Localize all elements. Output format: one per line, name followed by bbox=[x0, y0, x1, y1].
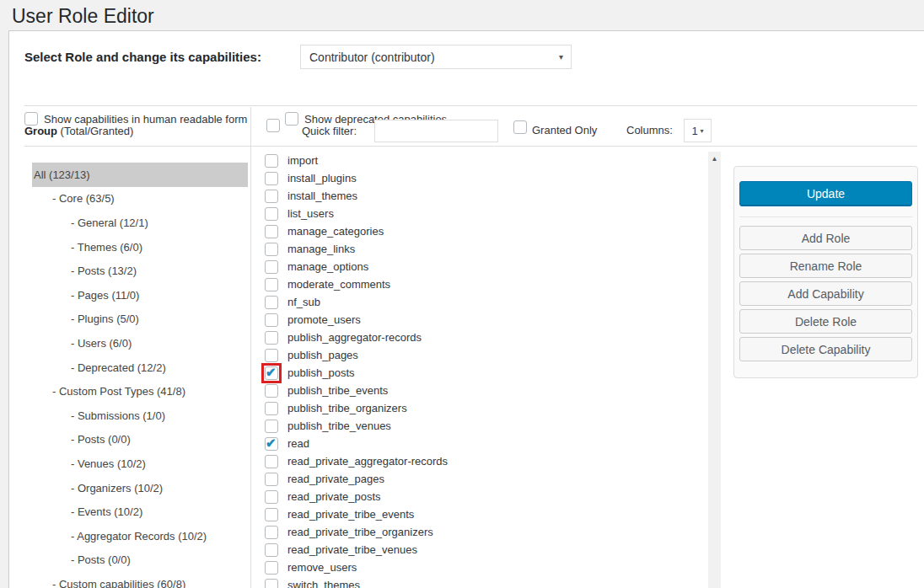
capabilities-scrollbar[interactable]: ▲ bbox=[708, 152, 721, 588]
capability-checkbox[interactable] bbox=[265, 225, 278, 238]
capability-label: manage_links bbox=[287, 243, 355, 255]
capability-row: read_private_aggregator-records bbox=[261, 452, 706, 470]
capability-row: read_private_pages bbox=[261, 470, 706, 488]
group-tree-item[interactable]: - Plugins (5/0) bbox=[32, 307, 248, 332]
group-tree-item-label: - Venues (10/2) bbox=[71, 457, 146, 470]
show-deprecated-checkbox[interactable] bbox=[285, 112, 298, 126]
capability-label: publish_posts bbox=[287, 366, 355, 379]
capability-checkbox[interactable] bbox=[265, 526, 278, 539]
capability-checkbox[interactable] bbox=[265, 331, 278, 345]
group-tree-item[interactable]: - Custom capabilities (60/8) bbox=[32, 572, 248, 588]
capability-checkbox[interactable] bbox=[265, 190, 278, 203]
group-tree-item[interactable]: - Aggregator Records (10/2) bbox=[32, 524, 248, 548]
capability-row: publish_pages bbox=[261, 346, 706, 364]
action-button[interactable]: Rename Role bbox=[739, 254, 912, 278]
group-tree-item[interactable]: - General (12/1) bbox=[32, 211, 248, 235]
select-all-checkbox[interactable] bbox=[266, 119, 280, 132]
granted-only-checkbox[interactable] bbox=[513, 120, 527, 134]
group-tree-item[interactable]: - Posts (13/2) bbox=[32, 259, 248, 283]
capability-checkbox[interactable] bbox=[265, 579, 278, 588]
editor-panel: Select Role and change its capabilities:… bbox=[8, 30, 924, 588]
capability-checkbox[interactable] bbox=[265, 278, 278, 291]
capability-row: list_users bbox=[261, 205, 706, 222]
quick-filter-label: Quick filter: bbox=[302, 120, 357, 142]
group-tree-item[interactable]: - Custom Post Types (41/8) bbox=[32, 379, 248, 404]
group-tree-item[interactable]: - Posts (0/0) bbox=[32, 548, 248, 573]
capability-label: nf_sub bbox=[287, 296, 320, 308]
chevron-down-icon: ▾ bbox=[559, 52, 563, 61]
capability-label: list_users bbox=[287, 207, 334, 220]
capability-checkbox[interactable] bbox=[265, 561, 278, 575]
group-tree-item[interactable]: - Submissions (1/0) bbox=[32, 404, 248, 428]
group-tree-item[interactable]: - Posts (0/0) bbox=[32, 428, 248, 452]
capability-checkbox-highlight bbox=[261, 575, 282, 588]
role-select[interactable]: Contributor (contributor) ▾ bbox=[300, 45, 572, 69]
group-tree-item[interactable]: - Users (6/0) bbox=[32, 331, 248, 355]
capability-checkbox[interactable] bbox=[265, 296, 278, 309]
capabilities-list: import install_plugins install_themes bbox=[261, 152, 706, 588]
capability-checkbox[interactable] bbox=[265, 243, 278, 256]
group-tree-item-label: - Posts (13/2) bbox=[71, 265, 137, 277]
capability-checkbox[interactable] bbox=[265, 490, 278, 504]
update-button[interactable]: Update bbox=[739, 181, 912, 206]
role-select-value: Contributor (contributor) bbox=[309, 51, 435, 64]
capability-checkbox[interactable] bbox=[265, 473, 278, 486]
capability-row: publish_posts bbox=[261, 364, 706, 382]
group-tree-item-label: - Deprecated (12/2) bbox=[71, 361, 166, 374]
group-tree-item[interactable]: - Themes (6/0) bbox=[32, 235, 248, 259]
group-tree-item-label: All (123/13) bbox=[34, 168, 89, 181]
capability-checkbox[interactable] bbox=[265, 437, 278, 451]
granted-only-label: Granted Only bbox=[532, 120, 597, 141]
check-icon bbox=[266, 436, 277, 451]
group-tree-item[interactable]: - Core (63/5) bbox=[32, 187, 248, 211]
capability-checkbox[interactable] bbox=[265, 402, 278, 415]
group-tree-item-label: - Pages (11/0) bbox=[71, 289, 139, 302]
capability-row: remove_users bbox=[261, 559, 706, 576]
capability-row: manage_categories bbox=[261, 222, 706, 240]
role-selector-label: Select Role and change its capabilities: bbox=[24, 45, 261, 69]
capability-row: nf_sub bbox=[261, 293, 706, 311]
capability-label: install_themes bbox=[287, 190, 357, 202]
group-tree-item[interactable]: - Venues (10/2) bbox=[32, 452, 248, 476]
capability-row: read_private_tribe_events bbox=[261, 505, 706, 523]
capability-checkbox[interactable] bbox=[265, 366, 278, 380]
capability-label: read_private_posts bbox=[287, 490, 381, 503]
group-tree-item[interactable]: All (123/13) bbox=[32, 163, 248, 187]
group-tree-item[interactable]: - Pages (11/0) bbox=[32, 283, 248, 307]
group-tree-item-label: - Events (10/2) bbox=[71, 505, 142, 518]
capability-label: read_private_tribe_organizers bbox=[287, 526, 433, 538]
action-button[interactable]: Add Capability bbox=[739, 281, 912, 306]
capability-checkbox[interactable] bbox=[265, 420, 278, 433]
capability-row: install_themes bbox=[261, 187, 706, 205]
action-button[interactable]: Delete Capability bbox=[739, 337, 912, 361]
divider bbox=[24, 105, 917, 106]
capability-checkbox[interactable] bbox=[265, 313, 278, 327]
action-button[interactable]: Add Role bbox=[739, 226, 912, 250]
group-tree-item-label: - Submissions (1/0) bbox=[71, 409, 165, 422]
group-tree-item-label: - Plugins (5/0) bbox=[71, 313, 139, 325]
capability-label: publish_pages bbox=[287, 349, 358, 361]
capability-label: moderate_comments bbox=[287, 278, 390, 291]
scroll-up-icon[interactable]: ▲ bbox=[708, 152, 721, 165]
group-tree-item-label: - Custom capabilities (60/8) bbox=[52, 578, 185, 588]
group-tree-item-label: - Posts (0/0) bbox=[71, 433, 131, 446]
quick-filter-input[interactable] bbox=[374, 120, 498, 142]
group-tree-item[interactable]: - Organizers (10/2) bbox=[32, 476, 248, 500]
capability-row: publish_tribe_venues bbox=[261, 417, 706, 435]
capability-checkbox[interactable] bbox=[265, 349, 278, 362]
capability-checkbox[interactable] bbox=[265, 154, 278, 168]
columns-select[interactable]: 1 ▾ bbox=[684, 119, 712, 142]
capability-checkbox[interactable] bbox=[265, 508, 278, 521]
capability-checkbox[interactable] bbox=[265, 455, 278, 468]
group-tree-item[interactable]: - Events (10/2) bbox=[32, 500, 248, 524]
capability-row: read_private_tribe_organizers bbox=[261, 523, 706, 541]
capability-checkbox[interactable] bbox=[265, 260, 278, 274]
capability-row: manage_options bbox=[261, 258, 706, 275]
action-button[interactable]: Delete Role bbox=[739, 309, 912, 334]
capability-label: manage_options bbox=[287, 260, 368, 273]
capability-checkbox[interactable] bbox=[265, 543, 278, 557]
capability-checkbox[interactable] bbox=[265, 384, 278, 398]
group-tree-item[interactable]: - Deprecated (12/2) bbox=[32, 355, 248, 380]
capability-checkbox[interactable] bbox=[265, 172, 278, 185]
capability-checkbox[interactable] bbox=[265, 207, 278, 221]
